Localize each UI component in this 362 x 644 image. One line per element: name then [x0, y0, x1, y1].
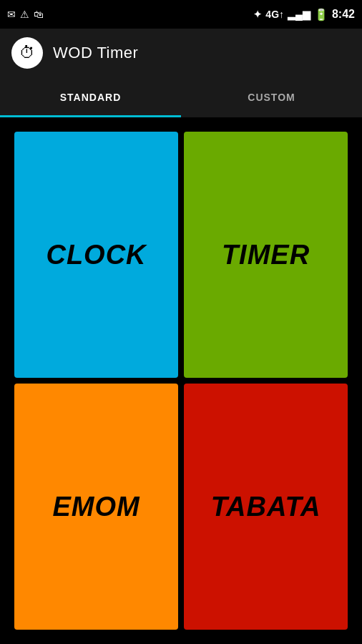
status-time: 8:42 [332, 8, 355, 21]
tab-custom[interactable]: CUSTOM [181, 77, 362, 117]
emom-button-label: EMOM [52, 492, 140, 522]
signal-icon: 4G↑ [265, 9, 284, 20]
status-bar: ✉ ⚠ 🛍 ✦ 4G↑ ▂▄▆ 🔋 8:42 [0, 0, 362, 29]
battery-icon: 🔋 [314, 8, 328, 21]
bluetooth-icon: ✦ [253, 9, 262, 20]
status-bar-right-icons: ✦ 4G↑ ▂▄▆ 🔋 8:42 [253, 8, 355, 21]
gmail-icon: ✉ [7, 9, 16, 20]
clock-button-label: CLOCK [46, 240, 146, 270]
emom-button[interactable]: EMOM [14, 384, 178, 630]
tab-standard[interactable]: STANDARD [0, 77, 181, 117]
app-logo: ⏱ [11, 37, 43, 69]
alert-icon: ⚠ [20, 9, 29, 20]
tab-custom-label: CUSTOM [248, 92, 295, 103]
tabata-button[interactable]: TABATA [184, 384, 348, 630]
wifi-bars-icon: ▂▄▆ [288, 9, 310, 20]
store-icon: 🛍 [34, 9, 44, 20]
app-bar: ⏱ WOD Timer [0, 29, 362, 77]
status-bar-left-icons: ✉ ⚠ 🛍 [7, 9, 44, 20]
app-title: WOD Timer [53, 44, 138, 62]
main-content: CLOCK TIMER EMOM TABATA [0, 117, 362, 644]
tab-bar: STANDARD CUSTOM [0, 77, 362, 117]
clock-button[interactable]: CLOCK [14, 132, 178, 378]
tab-standard-label: STANDARD [60, 92, 122, 103]
tabata-button-label: TABATA [211, 492, 321, 522]
timer-button[interactable]: TIMER [184, 132, 348, 378]
timer-button-label: TIMER [222, 240, 310, 270]
app-logo-icon: ⏱ [19, 44, 35, 62]
